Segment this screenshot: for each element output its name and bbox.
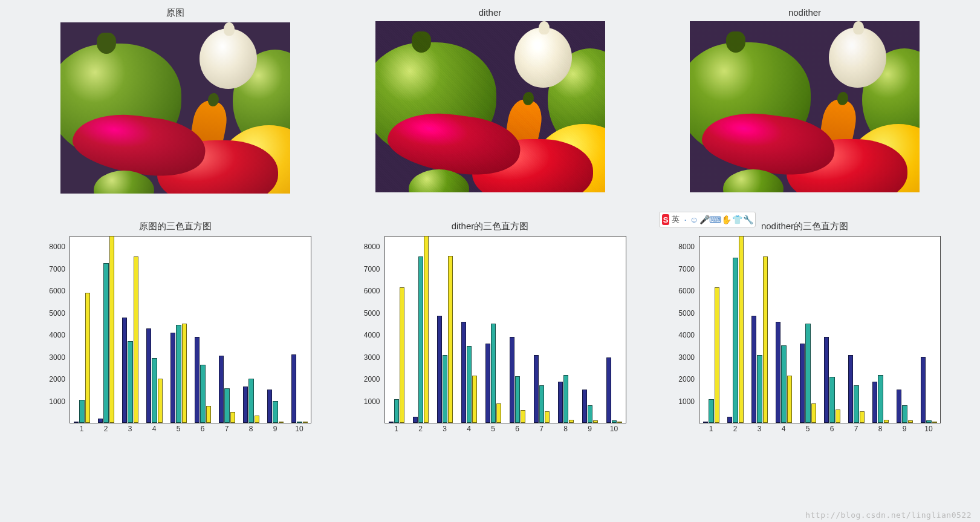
- image-title: 原图: [166, 7, 184, 19]
- x-tick-label: 6: [515, 425, 519, 433]
- ime-toolbar[interactable]: S 英 ∙ ☺ 🎤 ⌨ ✋ 👕 🔧: [659, 212, 756, 227]
- y-tick-label: 2000: [49, 375, 65, 383]
- y-tick-label: 6000: [678, 287, 695, 295]
- bar: [811, 403, 816, 423]
- bar: [400, 287, 404, 423]
- bar: [394, 399, 399, 423]
- y-tick-label: 7000: [49, 265, 65, 273]
- bar: [558, 382, 563, 423]
- bar: [219, 356, 224, 423]
- bar: [424, 236, 429, 423]
- bar: [103, 263, 108, 423]
- y-tick-label: 3000: [49, 353, 65, 362]
- bar: [781, 345, 786, 423]
- y-tick-label: 7000: [678, 265, 695, 273]
- y-tick-label: 5000: [364, 309, 380, 318]
- bar: [243, 387, 248, 423]
- image-title: nodither: [788, 7, 821, 18]
- ime-lang-label[interactable]: 英: [672, 214, 680, 225]
- bar: [563, 375, 568, 423]
- image-title: dither: [479, 7, 502, 18]
- bar: [829, 377, 834, 423]
- bar: [569, 420, 574, 423]
- bar: [932, 422, 937, 423]
- watermark-text: http://blog.csdn.net/linglian0522: [805, 511, 972, 520]
- bar: [872, 382, 877, 423]
- bar: [134, 256, 138, 423]
- bar: [715, 287, 719, 423]
- bar: [224, 388, 229, 423]
- x-tick-label: 7: [225, 425, 229, 433]
- dots-icon[interactable]: ∙: [682, 215, 689, 224]
- y-tick-label: 8000: [49, 243, 65, 251]
- x-tick-label: 4: [782, 425, 786, 433]
- x-tick-label: 8: [878, 425, 883, 433]
- bar: [297, 422, 302, 423]
- x-tick-label: 10: [610, 425, 618, 433]
- bar: [709, 399, 713, 423]
- keyboard-icon[interactable]: ⌨: [710, 215, 720, 224]
- bar: [85, 293, 90, 423]
- x-tick-label: 1: [394, 425, 398, 433]
- x-tick-label: 6: [830, 425, 834, 433]
- y-tick-label: 4000: [678, 331, 695, 339]
- y-tick-label: 6000: [364, 287, 380, 295]
- bar: [291, 354, 296, 423]
- bar: [897, 390, 901, 423]
- bar: [146, 328, 151, 423]
- sogou-logo-icon[interactable]: S: [662, 214, 669, 225]
- mic-icon[interactable]: 🎤: [699, 215, 709, 224]
- bar: [496, 403, 501, 423]
- bar: [437, 316, 442, 423]
- plot-area: [70, 236, 311, 423]
- x-tick-label: 2: [418, 425, 423, 433]
- bar: [612, 420, 617, 423]
- bar: [854, 385, 858, 423]
- y-tick-label: 4000: [49, 331, 65, 339]
- bar: [515, 376, 520, 423]
- image-original: [60, 22, 290, 194]
- bar: [582, 390, 587, 423]
- hand-icon[interactable]: ✋: [721, 215, 731, 224]
- x-tick-label: 1: [709, 425, 713, 433]
- image-dither: [375, 21, 605, 192]
- bar: [128, 341, 132, 423]
- x-tick-label: 6: [201, 425, 205, 433]
- x-tick-label: 4: [467, 425, 471, 433]
- y-tick-label: 7000: [364, 265, 380, 273]
- image-row: 原图 dither nodither: [24, 6, 956, 194]
- plot-area: [699, 236, 941, 423]
- bar: [606, 357, 611, 423]
- bar: [122, 318, 127, 423]
- x-tick-label: 3: [128, 425, 132, 433]
- x-tick-label: 5: [491, 425, 495, 433]
- bar: [200, 365, 205, 423]
- bar: [776, 322, 780, 423]
- bar: [727, 417, 732, 423]
- bar: [510, 337, 514, 423]
- image-cell-nodither: nodither: [654, 6, 956, 194]
- bar: [588, 405, 592, 423]
- y-tick-label: 1000: [678, 397, 695, 406]
- bar: [98, 419, 103, 423]
- bar: [195, 337, 200, 423]
- chart-2: 1000200030004000500060007000800012345678…: [663, 236, 947, 436]
- bar: [79, 400, 84, 423]
- bar: [805, 324, 810, 423]
- bar: [109, 236, 114, 423]
- bar: [461, 322, 466, 423]
- shirt-icon[interactable]: 👕: [732, 215, 742, 224]
- bar: [545, 411, 550, 423]
- bar: [472, 376, 477, 423]
- y-tick-label: 5000: [49, 309, 65, 318]
- bar: [921, 357, 926, 423]
- y-tick-label: 8000: [364, 243, 380, 251]
- bar: [443, 355, 447, 423]
- smile-icon[interactable]: ☺: [690, 215, 698, 224]
- x-tick-label: 9: [588, 425, 592, 433]
- bar: [848, 355, 853, 423]
- wrench-icon[interactable]: 🔧: [743, 215, 753, 224]
- bar: [182, 324, 187, 423]
- bar: [448, 256, 453, 423]
- bar: [908, 420, 913, 423]
